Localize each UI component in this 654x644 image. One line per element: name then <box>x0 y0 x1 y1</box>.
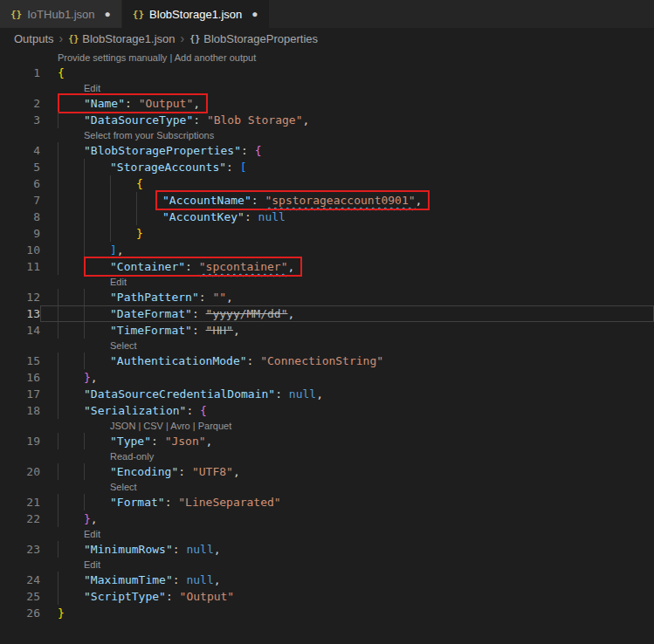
codelens-content[interactable]: JSON | CSV | Avro | Parquet <box>40 419 654 433</box>
json-key: "MinimumRows" <box>84 543 173 556</box>
indent-guide <box>58 289 84 305</box>
json-file-icon: {} <box>133 9 144 20</box>
codelens-content[interactable]: Select from your Subscriptions <box>40 128 654 142</box>
code-line-content[interactable]: ], <box>40 242 654 258</box>
indent-guide <box>58 369 84 386</box>
code-line-content[interactable]: } <box>40 225 654 242</box>
code-line-content[interactable]: "Format": "LineSeparated" <box>40 494 654 510</box>
punctuation: : <box>192 324 206 337</box>
code-line-content[interactable]: "BlobStorageProperties": { <box>40 142 654 159</box>
indent-guide <box>58 588 84 605</box>
code-line-content[interactable]: "MaximumTime": null, <box>40 572 654 588</box>
tab-blobstorage1[interactable]: {} BlobStorage1.json ● <box>122 0 269 28</box>
breadcrumb: Outputs › {} BlobStorage1.json › {} Blob… <box>0 28 654 49</box>
line-number <box>0 558 40 572</box>
code-line: 6{ <box>0 175 654 192</box>
code-line-content[interactable]: "Name": "Output", <box>40 95 654 112</box>
breadcrumb-item-file[interactable]: {} BlobStorage1.json <box>68 32 175 45</box>
codelens-action[interactable]: Select <box>110 339 137 353</box>
tab-bar: {} IoTHub1.json ● {} BlobStorage1.json ● <box>0 0 654 28</box>
code-line-content[interactable]: "StorageAccounts": [ <box>40 159 654 175</box>
line-number: 1 <box>0 65 40 81</box>
breadcrumb-label: Outputs <box>14 32 54 45</box>
tab-iothub1[interactable]: {} IoTHub1.json ● <box>0 0 122 28</box>
line-number: 22 <box>0 510 40 527</box>
code-line: 19"Type": "Json", <box>0 433 654 449</box>
code-line-content[interactable]: "Container": "spcontainer", <box>40 258 654 275</box>
json-null-keyword: null <box>186 573 213 586</box>
code-line-content[interactable]: "PathPattern": "", <box>40 289 654 305</box>
code-line: 7"AccountName": "spstorageaccount0901", <box>0 192 654 209</box>
code-line-content[interactable]: }, <box>40 369 654 386</box>
codelens-action[interactable]: Edit <box>84 528 100 541</box>
breadcrumb-item-outputs[interactable]: Outputs <box>14 32 54 45</box>
codelens-action[interactable]: JSON | CSV | Avro | Parquet <box>110 420 231 433</box>
line-number: 4 <box>0 142 40 159</box>
codelens-content[interactable]: Select <box>40 480 654 494</box>
code-line-content[interactable]: "ScriptType": "Output" <box>40 588 654 605</box>
punctuation: , <box>316 387 323 401</box>
punctuation: , <box>214 543 221 556</box>
line-number: 17 <box>0 386 40 402</box>
line-number: 9 <box>0 225 40 242</box>
line-number: 3 <box>0 112 40 128</box>
indent-guide <box>84 494 110 510</box>
line-number <box>0 275 40 289</box>
code-line-content[interactable]: "AccountKey": null <box>40 209 654 225</box>
line-number: 14 <box>0 322 40 339</box>
code-line-content[interactable]: { <box>40 65 654 81</box>
codelens-content[interactable]: Edit <box>40 275 654 289</box>
codelens-content[interactable]: Read-only <box>40 449 654 463</box>
punctuation: : <box>192 307 206 320</box>
codelens-row: Edit <box>0 81 654 95</box>
modified-indicator[interactable]: ● <box>105 8 111 20</box>
codelens-action[interactable]: Provide settings manually | Add another … <box>58 51 256 65</box>
line-number <box>0 81 40 95</box>
line-number: 23 <box>0 541 40 558</box>
code-line: 8"AccountKey": null <box>0 209 654 225</box>
breadcrumb-item-symbol[interactable]: {} BlobStorageProperties <box>189 32 318 45</box>
code-line-content[interactable]: "DateFormat": "yyyy/MM/dd", <box>40 305 654 322</box>
line-number <box>0 419 40 433</box>
code-line-content[interactable]: "DataSourceType": "Blob Storage", <box>40 112 654 128</box>
codelens-action[interactable]: Read-only <box>110 450 154 463</box>
code-line-content[interactable]: "Serialization": { <box>40 402 654 419</box>
code-line-content[interactable]: }, <box>40 510 654 527</box>
code-line-content[interactable]: } <box>40 605 654 621</box>
code-line-content[interactable]: "TimeFormat": "HH", <box>40 322 654 339</box>
code-line: 23"MinimumRows": null, <box>0 541 654 558</box>
codelens-content[interactable]: Edit <box>40 558 654 572</box>
codelens-action[interactable]: Edit <box>84 82 100 95</box>
code-line: 22}, <box>0 510 654 527</box>
indent-guide <box>58 112 84 128</box>
code-line-content[interactable]: { <box>40 175 654 192</box>
json-key: "DataSourceCredentialDomain" <box>84 387 275 401</box>
code-line-content[interactable]: "AccountName": "spstorageaccount0901", <box>40 192 654 209</box>
json-null-keyword: null <box>258 210 286 223</box>
indent-guide <box>84 353 110 369</box>
json-key: "Serialization" <box>84 404 186 417</box>
punctuation: , <box>233 465 240 478</box>
code-line-content[interactable]: "DataSourceCredentialDomain": null, <box>40 386 654 402</box>
code-line: 15"AuthenticationMode": "ConnectionStrin… <box>0 353 654 369</box>
codelens-content[interactable]: Edit <box>40 81 654 95</box>
codelens-action[interactable]: Edit <box>84 558 100 572</box>
codelens-content[interactable]: Select <box>40 339 654 353</box>
codelens-action[interactable]: Select <box>110 481 137 494</box>
punctuation: : <box>275 387 289 401</box>
punctuation: , <box>288 260 295 273</box>
modified-indicator[interactable]: ● <box>251 8 258 20</box>
code-line-content[interactable]: "MinimumRows": null, <box>40 541 654 558</box>
codelens-content[interactable]: Provide settings manually | Add another … <box>40 51 654 65</box>
code-line-content[interactable]: "AuthenticationMode": "ConnectionString" <box>40 353 654 369</box>
codelens-action[interactable]: Select from your Subscriptions <box>84 129 214 142</box>
code-line: 24"MaximumTime": null, <box>0 572 654 588</box>
punctuation: : <box>186 404 200 417</box>
code-line-content[interactable]: "Type": "Json", <box>40 433 654 449</box>
indent-guide <box>58 541 84 558</box>
json-key: "TimeFormat" <box>110 324 192 337</box>
code-line-content[interactable]: "Encoding": "UTF8", <box>40 463 654 480</box>
codelens-action[interactable]: Edit <box>110 276 127 289</box>
json-file-icon: {} <box>10 9 22 20</box>
codelens-content[interactable]: Edit <box>40 527 654 541</box>
